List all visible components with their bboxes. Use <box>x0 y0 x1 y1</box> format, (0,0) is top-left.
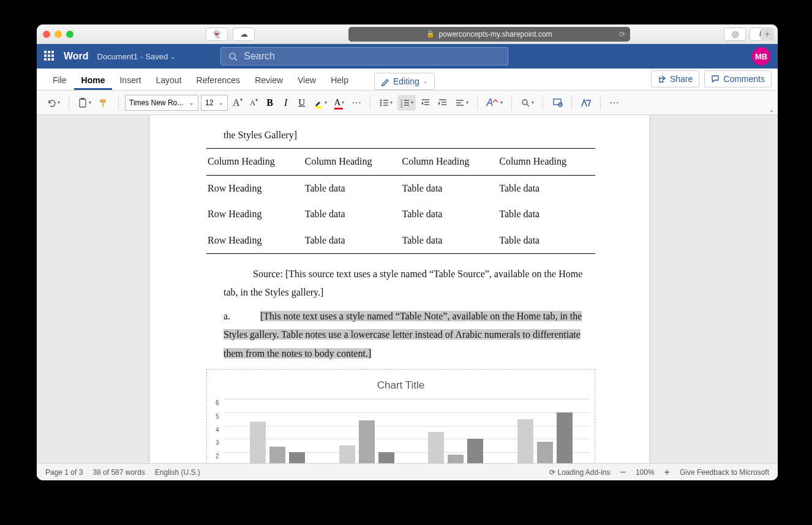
pencil-icon <box>381 77 389 86</box>
chart-plot-area: 23456 <box>224 399 590 463</box>
addins-status: ⟳ Loading Add-ins <box>549 468 610 477</box>
share-button[interactable]: Share <box>651 70 699 88</box>
lock-icon: 🔒 <box>426 30 435 38</box>
table-cell: Row Heading <box>206 175 304 201</box>
chevron-down-icon: ⌄ <box>423 78 428 84</box>
font-selector[interactable]: Times New Ro...⌄ <box>125 95 198 111</box>
chevron-down-icon: ⌄ <box>170 53 175 60</box>
browser-titlebar: 👻 ☁︎ 🔒 powerconcepts-my.sharepoint.com ⟳… <box>37 24 778 44</box>
tab-home[interactable]: Home <box>74 75 113 90</box>
app-launcher-icon[interactable] <box>44 51 55 62</box>
tab-layout[interactable]: Layout <box>148 75 189 90</box>
undo-button[interactable] <box>44 95 62 111</box>
page[interactable]: the Styles Gallery] Column Heading Colum… <box>150 115 649 463</box>
search-box[interactable]: Search <box>220 47 508 65</box>
table-cell: Table data <box>401 201 498 227</box>
svg-point-0 <box>230 53 235 58</box>
sample-table[interactable]: Column Heading Column Heading Column Hea… <box>206 148 595 254</box>
find-button[interactable] <box>518 95 536 111</box>
table-cell: Table data <box>304 201 401 227</box>
chart-group <box>412 399 501 463</box>
chart-bar <box>339 445 355 463</box>
language[interactable]: English (U.S.) <box>155 468 200 477</box>
svg-line-1 <box>235 58 238 61</box>
document-title[interactable]: Document1 - Saved ⌄ <box>97 52 176 61</box>
table-cell: Table data <box>401 175 498 201</box>
search-icon <box>228 52 238 61</box>
zoom-in-button[interactable]: + <box>664 467 670 478</box>
reload-icon[interactable]: ⟳ <box>619 30 625 39</box>
align-button[interactable] <box>453 95 471 111</box>
chart-bar <box>289 452 305 463</box>
table-cell: Row Heading <box>206 201 304 227</box>
comment-icon <box>711 75 720 83</box>
zoom-out-button[interactable]: − <box>620 467 626 478</box>
font-color-button[interactable]: A <box>332 95 347 111</box>
table-note: a.[This note text uses a style named “Ta… <box>206 307 595 363</box>
feedback-link[interactable]: Give Feedback to Microsoft <box>680 468 769 477</box>
svg-point-5 <box>380 99 382 101</box>
reader-button[interactable]: ◎ <box>724 28 746 41</box>
privacy-button[interactable]: 👻 <box>206 28 228 41</box>
svg-point-26 <box>522 100 527 105</box>
more-commands-button[interactable]: ⋯ <box>607 95 622 111</box>
numbering-button[interactable]: 123 <box>397 95 416 111</box>
underline-button[interactable]: U <box>295 95 309 111</box>
tab-file[interactable]: File <box>45 75 74 90</box>
chart-bar <box>467 439 483 463</box>
word-count[interactable]: 38 of 587 words <box>92 468 145 477</box>
col-header: Column Heading <box>206 149 304 175</box>
chart-bar <box>448 455 464 463</box>
address-bar[interactable]: 🔒 powerconcepts-my.sharepoint.com ⟳ <box>348 27 630 42</box>
chart-group <box>322 399 412 463</box>
embedded-chart[interactable]: Chart Title 23456 <box>206 369 595 463</box>
comments-button[interactable]: Comments <box>704 70 772 88</box>
font-size-selector[interactable]: 12⌄ <box>201 95 228 111</box>
tab-help[interactable]: Help <box>323 75 356 90</box>
svg-point-7 <box>380 102 382 103</box>
decrease-indent-button[interactable] <box>418 95 433 111</box>
increase-indent-button[interactable] <box>435 95 450 111</box>
chart-bar <box>557 412 573 463</box>
svg-text:3: 3 <box>400 105 403 108</box>
cloud-button[interactable]: ☁︎ <box>233 28 255 41</box>
more-font-button[interactable]: ⋯ <box>349 95 364 111</box>
table-cell: Table data <box>401 228 498 254</box>
bold-button[interactable]: B <box>263 95 277 111</box>
window-controls <box>43 31 73 38</box>
zoom-level[interactable]: 100% <box>636 468 655 477</box>
chart-bar <box>359 420 375 463</box>
col-header: Column Heading <box>401 149 498 175</box>
app-name[interactable]: Word <box>64 51 89 62</box>
tab-insert[interactable]: Insert <box>112 75 148 90</box>
highlight-button[interactable] <box>311 95 329 111</box>
app-header: Word Document1 - Saved ⌄ Search MB <box>37 44 778 69</box>
user-avatar[interactable]: MB <box>752 47 770 65</box>
tab-review[interactable]: Review <box>247 75 290 90</box>
italic-button[interactable]: I <box>279 95 293 111</box>
dictate-button[interactable] <box>549 95 565 111</box>
editing-mode-button[interactable]: Editing ⌄ <box>374 73 435 90</box>
bullets-button[interactable] <box>377 95 395 111</box>
collapse-ribbon-icon[interactable]: ⌄ <box>769 106 774 113</box>
toolbar: Times New Ro...⌄ 12⌄ A▴ A▾ B I U A ⋯ 123… <box>37 91 778 115</box>
svg-rect-2 <box>80 99 86 107</box>
grow-font-button[interactable]: A▴ <box>230 95 245 111</box>
format-painter-button[interactable] <box>96 95 112 111</box>
col-header: Column Heading <box>498 149 595 175</box>
shrink-font-button[interactable]: A▾ <box>247 95 261 111</box>
editor-button[interactable] <box>578 95 594 111</box>
maximize-window-button[interactable] <box>66 31 73 38</box>
styles-button[interactable]: A <box>484 95 505 111</box>
tab-references[interactable]: References <box>189 75 248 90</box>
minimize-window-button[interactable] <box>55 31 62 38</box>
page-count[interactable]: Page 1 of 3 <box>45 468 83 477</box>
new-tab-button[interactable]: + <box>761 28 774 41</box>
url-text: powerconcepts-my.sharepoint.com <box>438 30 552 39</box>
paste-button[interactable] <box>75 95 94 111</box>
chart-bar <box>250 422 266 463</box>
close-window-button[interactable] <box>43 31 50 38</box>
col-header: Column Heading <box>304 149 401 175</box>
tab-view[interactable]: View <box>290 75 323 90</box>
table-row: Row HeadingTable dataTable dataTable dat… <box>206 175 595 201</box>
